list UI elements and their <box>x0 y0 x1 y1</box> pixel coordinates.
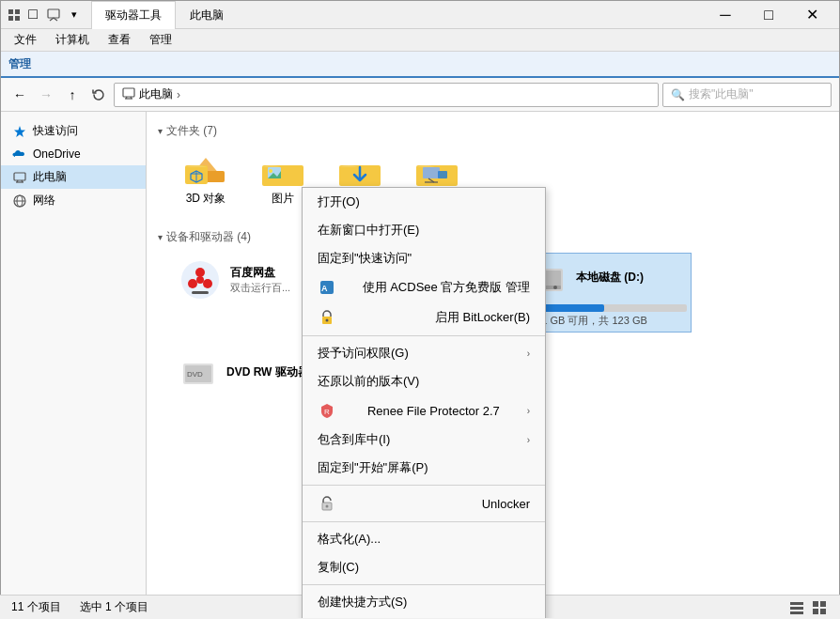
ctx-label-acdsee: 使用 ACDSee 官方免费版 管理 <box>363 279 530 296</box>
qa-new-btn[interactable]: □ <box>23 6 42 24</box>
shield-icon: R <box>318 401 336 420</box>
ctx-sep-3 <box>303 521 545 522</box>
acdsee-icon: A <box>318 278 336 297</box>
ctx-label-restore: 还原以前的版本(V) <box>318 373 419 390</box>
ctx-label-copy: 复制(C) <box>318 559 359 576</box>
ctx-renee[interactable]: R Renee File Protector 2.7 › <box>303 395 545 426</box>
window-frame: □ ▾ 驱动器工具 此电脑 ─ □ ✕ 文件 计算机 查看 管理 管理 ← → … <box>0 0 840 619</box>
menu-file[interactable]: 文件 <box>5 30 46 50</box>
svg-rect-3 <box>15 16 20 21</box>
d-progress-bg <box>527 304 687 312</box>
search-icon: 🔍 <box>671 88 685 101</box>
manage-ribbon-label: 管理 <box>8 56 31 72</box>
menu-computer[interactable]: 计算机 <box>46 30 99 50</box>
svg-point-39 <box>188 279 197 288</box>
d-name: 本地磁盘 (D:) <box>576 270 687 286</box>
quick-access-bar: □ ▾ <box>7 6 84 24</box>
search-placeholder: 搜索"此电脑" <box>689 86 754 102</box>
tab-driver-tools[interactable]: 驱动器工具 <box>91 1 176 29</box>
svg-text:DVD: DVD <box>187 370 203 379</box>
sidebar-item-thispc[interactable]: 此电脑 <box>1 165 146 189</box>
back-button[interactable]: ← <box>8 84 31 106</box>
library-arrow-icon: › <box>527 435 530 445</box>
breadcrumb-path: 此电脑 <box>139 86 173 102</box>
svg-rect-42 <box>192 291 209 294</box>
sidebar-item-quickaccess[interactable]: 快速访问 <box>1 119 146 143</box>
up-button[interactable]: ↑ <box>61 84 84 106</box>
ctx-label-grant: 授予访问权限(G) <box>318 345 409 362</box>
device-top-d: 本地磁盘 (D:) <box>527 257 687 299</box>
sidebar-item-network[interactable]: 网络 <box>1 189 146 212</box>
renee-arrow-icon: › <box>527 406 530 416</box>
ctx-sep-1 <box>303 335 545 336</box>
svg-rect-7 <box>123 88 134 97</box>
breadcrumb-arrow: › <box>177 88 180 101</box>
ctx-label-bitlocker: 启用 BitLocker(B) <box>435 309 530 326</box>
sidebar-item-onedrive[interactable]: OneDrive <box>1 143 146 165</box>
qa-properties-btn[interactable] <box>44 6 63 24</box>
ctx-include-library[interactable]: 包含到库中(I) › <box>303 426 545 454</box>
device-item-d[interactable]: 本地磁盘 (D:) 59.1 GB 可用，共 123 GB <box>522 253 692 333</box>
svg-point-38 <box>195 268 205 277</box>
svg-point-40 <box>203 279 212 288</box>
ctx-acdsee[interactable]: A 使用 ACDSee 官方免费版 管理 <box>303 272 545 302</box>
ctx-open[interactable]: 打开(O) <box>303 188 545 216</box>
tab-this-pc[interactable]: 此电脑 <box>176 1 238 29</box>
ctx-restore-versions[interactable]: 还原以前的版本(V) <box>303 367 545 395</box>
ctx-label-unlocker: Unlocker <box>482 497 530 511</box>
title-bar: □ ▾ 驱动器工具 此电脑 ─ □ ✕ <box>1 1 839 29</box>
ctx-label-shortcut: 创建快捷方式(S) <box>318 594 407 611</box>
ctx-unlocker[interactable]: Unlocker <box>303 488 545 518</box>
svg-point-57 <box>326 319 329 322</box>
baidu-icon <box>178 257 223 302</box>
ctx-bitlocker[interactable]: 启用 BitLocker(B) <box>303 302 545 333</box>
folder-item-3d[interactable]: 3D 对象 <box>173 147 239 210</box>
minimize-button[interactable]: ─ <box>704 1 747 29</box>
svg-marker-11 <box>14 126 25 137</box>
ctx-create-shortcut[interactable]: 创建快捷方式(S) <box>303 588 545 616</box>
ctx-rename[interactable]: 重命名(M) <box>303 616 545 618</box>
ctx-grant-access[interactable]: 授予访问权限(G) › <box>303 339 545 367</box>
ctx-format[interactable]: 格式化(A)... <box>303 525 545 553</box>
ctx-copy[interactable]: 复制(C) <box>303 553 545 581</box>
search-bar[interactable]: 🔍 搜索"此电脑" <box>662 83 832 107</box>
folder-label-3d: 3D 对象 <box>186 192 226 207</box>
ctx-open-new-window[interactable]: 在新窗口中打开(E) <box>303 216 545 244</box>
ctx-pin-start[interactable]: 固定到"开始"屏幕(P) <box>303 454 545 482</box>
svg-point-50 <box>553 286 557 289</box>
nav-bar: ← → ↑ 此电脑 › 🔍 搜索"此电脑" <box>1 78 839 112</box>
menu-manage[interactable]: 管理 <box>140 30 181 50</box>
breadcrumb[interactable]: 此电脑 › <box>114 83 659 107</box>
status-selected: 选中 1 个项目 <box>80 599 148 615</box>
ctx-sep-4 <box>303 584 545 585</box>
sidebar-label-network: 网络 <box>33 193 55 209</box>
refresh-button[interactable] <box>87 84 110 106</box>
svg-rect-12 <box>14 173 25 180</box>
svg-point-60 <box>326 505 329 508</box>
status-view-buttons <box>787 598 829 617</box>
folder-icon-desktop <box>414 150 459 188</box>
close-button[interactable]: ✕ <box>790 1 833 29</box>
svg-rect-64 <box>813 601 818 607</box>
sidebar-label-thispc: 此电脑 <box>33 169 67 185</box>
maximize-button[interactable]: □ <box>747 1 790 29</box>
svg-rect-0 <box>8 9 13 14</box>
view-details-btn[interactable] <box>787 598 806 617</box>
manage-ribbon: 管理 <box>1 52 839 78</box>
menu-view[interactable]: 查看 <box>99 30 140 50</box>
ctx-label-format: 格式化(A)... <box>318 531 381 548</box>
svg-point-28 <box>269 169 272 173</box>
svg-rect-62 <box>790 607 803 610</box>
ctx-pin-quickaccess[interactable]: 固定到"快速访问" <box>303 244 545 272</box>
view-large-btn[interactable] <box>810 598 829 617</box>
folders-section-title: 文件夹 (7) <box>158 123 828 139</box>
forward-button[interactable]: → <box>35 84 57 106</box>
network-icon <box>12 193 27 209</box>
ribbon-tabs: 驱动器工具 此电脑 <box>87 1 700 28</box>
qa-more-btn[interactable]: ▾ <box>65 6 84 24</box>
svg-rect-4 <box>48 9 59 18</box>
window-icon <box>7 8 22 23</box>
svg-rect-65 <box>820 601 826 607</box>
folder-icon-3d <box>183 150 228 188</box>
folder-icon-downloads <box>337 150 382 188</box>
